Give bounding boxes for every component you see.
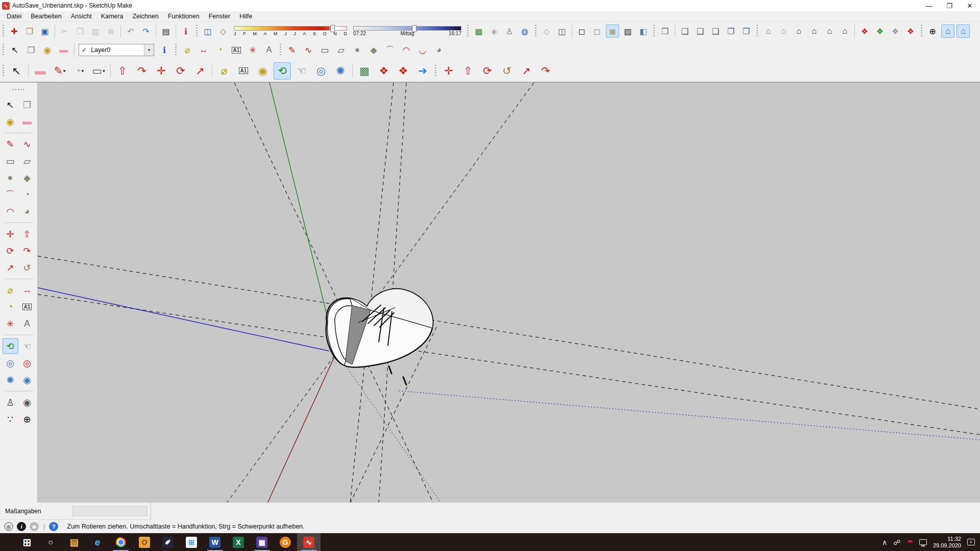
sb-scale-icon[interactable]: ↗ <box>3 260 18 276</box>
taskbar-sketchup-taskbar[interactable]: ∿ <box>297 533 321 551</box>
toolbar-grip[interactable] <box>3 44 4 56</box>
view-front-icon[interactable]: ⌂ <box>792 24 805 38</box>
face-style-back-edges-icon[interactable]: ◫ <box>555 24 569 38</box>
taskbar-outlook[interactable]: O <box>133 533 156 551</box>
sb-3d-text-icon[interactable]: A <box>19 316 35 332</box>
model-geometry[interactable] <box>389 366 391 373</box>
taskbar-excel[interactable]: X <box>227 533 250 551</box>
rotate-tool-b-icon[interactable]: ⟳ <box>479 62 496 80</box>
redo-icon[interactable]: ↷ <box>139 24 153 38</box>
toolbar-grip[interactable] <box>756 25 758 37</box>
sb-dimensions-icon[interactable]: ↔ <box>19 282 35 298</box>
zoom-extents-tool-icon[interactable]: ✺ <box>332 62 349 80</box>
sb-zoom-window-icon[interactable]: ◎ <box>19 355 35 371</box>
view-back-icon[interactable]: ⌂ <box>823 24 836 38</box>
menu-item[interactable]: Fenster <box>204 12 235 21</box>
sb-tape-measure-icon[interactable]: ⌀ <box>3 282 18 298</box>
move-tool-b-icon[interactable]: ✛ <box>440 62 457 80</box>
warehouse-share-component-icon[interactable]: ❖ <box>889 24 902 38</box>
layer-manager-button[interactable]: ℹ <box>157 43 172 57</box>
shadow-toggle-icon[interactable]: ◇ <box>216 24 230 38</box>
taskbar-video-app[interactable]: ▦ <box>250 533 274 551</box>
preview-in-google-earth-icon[interactable]: ◍ <box>518 24 531 38</box>
sb-paint-bucket-icon[interactable]: ◉ <box>3 114 18 130</box>
compass-icon[interactable]: ⊕ <box>926 24 939 38</box>
paint-bucket-large-icon[interactable]: ◉ <box>254 62 272 80</box>
model-viewport[interactable] <box>38 83 980 503</box>
sb-zoom-icon[interactable]: ◎ <box>3 355 18 371</box>
pie-tool-icon[interactable]: ◕ <box>432 43 446 57</box>
sb-look-around-icon[interactable]: ◉ <box>19 394 35 410</box>
arc-tool-large-icon[interactable]: ◔▾ <box>70 62 88 80</box>
three-point-arc-tool-icon[interactable]: ◡ <box>415 43 430 57</box>
shadow-time-slider[interactable]: 07:22 Mittag 16:17 <box>353 26 461 37</box>
sb-compass-icon[interactable]: ⊕ <box>19 411 35 427</box>
export-model-icon[interactable]: ➔ <box>414 62 431 80</box>
photo-textures-icon[interactable]: ♙ <box>503 24 516 38</box>
face-style-wireframe-icon[interactable]: ◻ <box>575 24 589 38</box>
extension-warehouse-icon[interactable]: ❖ <box>904 24 917 38</box>
two-point-arc-tool-icon[interactable]: ◠ <box>399 43 413 57</box>
component-edit-2-icon[interactable]: ❒ <box>740 24 753 38</box>
face-style-hidden-line-icon[interactable]: ◻ <box>591 24 604 38</box>
open-model-icon[interactable]: ❐ <box>23 24 36 38</box>
make-component-icon[interactable]: ❒ <box>24 43 38 57</box>
push-pull-tool-icon[interactable]: ⇧ <box>114 62 131 80</box>
section-cut-display-icon[interactable]: ⌂ <box>957 24 970 38</box>
print-icon[interactable]: ▤ <box>159 24 173 38</box>
undo-icon[interactable]: ↶ <box>124 24 137 38</box>
view-left-icon[interactable]: ⌂ <box>838 24 851 38</box>
line-tool-icon[interactable]: ✎ <box>285 43 299 57</box>
taskbar-chrome[interactable] <box>109 533 133 551</box>
protractor-tool-icon[interactable]: ◔ <box>213 43 227 57</box>
toolbar-grip[interactable] <box>3 65 4 77</box>
follow-me-tool-icon[interactable]: ↷ <box>133 62 151 80</box>
sb-pie-icon[interactable]: ◕ <box>19 204 35 219</box>
new-model-icon[interactable]: ✚ <box>8 24 21 38</box>
menu-item[interactable]: Ansicht <box>66 12 96 21</box>
section-plane-display-icon[interactable]: ⌂ <box>941 24 954 38</box>
rectangle-tool-icon[interactable]: ▭ <box>317 43 332 57</box>
sb-two-point-arc-icon[interactable]: ◠ <box>3 204 18 219</box>
toolbar-grip[interactable] <box>435 65 436 77</box>
freehand-tool-icon[interactable]: ∿ <box>301 43 315 57</box>
toolbar-grip[interactable] <box>467 25 469 37</box>
toolbar-grip[interactable] <box>3 25 4 37</box>
sb-freehand-icon[interactable]: ∿ <box>19 136 35 152</box>
layer-chevron-down-icon[interactable]: ▾ <box>144 44 154 56</box>
sb-push-pull-icon[interactable]: ⇧ <box>19 226 35 242</box>
taskbar-gif-app[interactable]: G <box>274 533 297 551</box>
satellite-tray-icon[interactable]: ☍ <box>893 538 900 546</box>
taskbar-clock[interactable]: 11:32 29.09.2020 <box>933 536 961 549</box>
sb-pan-icon[interactable]: ☜ <box>19 338 35 354</box>
face-style-shaded-icon[interactable]: ◼ <box>606 24 619 38</box>
pan-tool-icon[interactable]: ☜ <box>293 62 310 80</box>
group-edit-2-icon[interactable]: ❑ <box>694 24 707 38</box>
sb-protractor-icon[interactable]: ◔ <box>3 299 18 315</box>
push-pull-tool-b-icon[interactable]: ⇧ <box>459 62 477 80</box>
taskbar-microsoft-store[interactable]: ⊞ <box>180 533 203 551</box>
warehouse-share-model-icon[interactable]: ❖ <box>873 24 887 38</box>
restore-button[interactable]: ❐ <box>939 2 960 10</box>
menu-item[interactable]: Zeichnen <box>128 12 163 21</box>
sb-position-camera-icon[interactable]: ♙ <box>3 394 18 410</box>
component-edit-1-icon[interactable]: ❒ <box>724 24 738 38</box>
taskbar-cortana-button[interactable]: ○ <box>39 533 62 551</box>
tray-chevron-up-icon[interactable]: ∧ <box>882 538 887 546</box>
viewport-canvas[interactable] <box>38 83 980 503</box>
network-icon[interactable] <box>919 539 927 545</box>
toggle-terrain-icon[interactable]: ◈ <box>487 24 501 38</box>
offset-tool-icon[interactable]: ↺ <box>498 62 516 80</box>
minimize-button[interactable]: — <box>919 2 939 10</box>
close-button[interactable]: ✕ <box>960 2 980 10</box>
zoom-tool-icon[interactable]: ◎ <box>312 62 330 80</box>
sb-text-icon[interactable]: A1 <box>19 299 35 315</box>
shadow-month-slider[interactable]: JFMAMJJASOND <box>234 26 347 36</box>
select-tool-icon[interactable]: ↖ <box>8 43 22 57</box>
cut-icon[interactable]: ✂ <box>58 24 71 38</box>
toolbar-grip[interactable] <box>653 25 655 37</box>
sb-zoom-extents-icon[interactable]: ✺ <box>3 372 18 388</box>
rotated-rectangle-tool-icon[interactable]: ▱ <box>334 43 348 57</box>
dimensions-tool-icon[interactable]: ↔ <box>197 43 211 57</box>
help-icon[interactable]: ? <box>49 522 58 531</box>
